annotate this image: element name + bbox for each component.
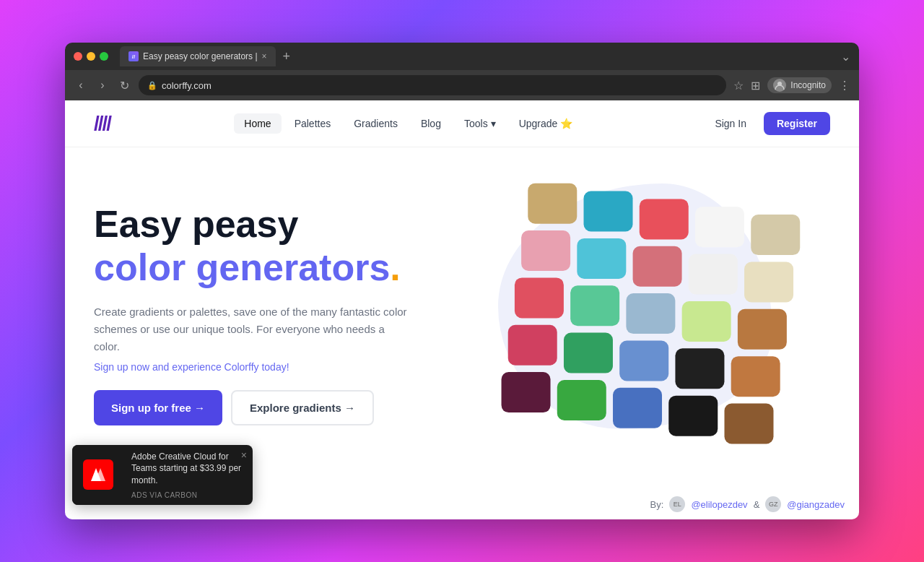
nav-palettes[interactable]: Palettes — [284, 113, 341, 134]
color-swatch[interactable] — [689, 254, 738, 295]
nav-upgrade[interactable]: Upgrade ⭐ — [509, 113, 583, 134]
toolbar-right: ☆ ⊞ Incognito ⋮ — [733, 77, 850, 93]
tab-bar: // Easy peasy color generators | × + — [120, 46, 835, 66]
color-swatch[interactable] — [584, 191, 633, 232]
sign-in-button[interactable]: Sign In — [706, 113, 755, 134]
ad-label: ADS VIA CARBON — [131, 491, 245, 499]
color-swatch[interactable] — [626, 293, 675, 334]
author2-avatar: GZ — [765, 496, 781, 512]
adobe-icon — [83, 459, 113, 490]
forward-button[interactable]: › — [95, 79, 110, 92]
author2-name[interactable]: @giangzadev — [787, 499, 845, 510]
active-tab[interactable]: // Easy peasy color generators | × — [120, 46, 276, 66]
extensions-icon[interactable]: ⊞ — [751, 79, 760, 92]
hero-text: Easy peasy color generators. Create grad… — [94, 202, 469, 425]
author1-avatar: EL — [669, 496, 685, 512]
hero-visual — [469, 176, 801, 451]
color-swatch[interactable] — [668, 396, 718, 436]
signup-button[interactable]: Sign up for free → — [94, 390, 222, 425]
color-swatch[interactable] — [682, 301, 731, 342]
author1-name[interactable]: @elilopezdev — [691, 499, 747, 510]
ad-logo — [72, 445, 124, 505]
hero-title: Easy peasy color generators. — [94, 202, 469, 289]
color-swatch[interactable] — [751, 215, 800, 255]
nav-tools[interactable]: Tools ▾ — [454, 113, 506, 134]
browser-titlebar: // Easy peasy color generators | × + ⌄ — [65, 43, 859, 70]
nav-home[interactable]: Home — [234, 113, 281, 134]
nav-links: Home Palettes Gradients Blog Tools ▾ Upg… — [234, 113, 583, 134]
color-swatch[interactable] — [613, 388, 662, 428]
page-footer: By: EL @elilopezdev & GZ @giangzadev — [650, 496, 845, 512]
footer-by-label: By: — [650, 499, 664, 510]
hero-cta-link[interactable]: Sign up now and experience Colorffy toda… — [94, 361, 469, 373]
explore-gradients-button[interactable]: Explore gradients → — [231, 390, 374, 425]
color-swatch[interactable] — [502, 372, 551, 412]
footer-ampersand: & — [754, 499, 760, 510]
color-grid — [499, 180, 803, 447]
maximize-traffic-light[interactable] — [100, 52, 108, 61]
color-swatch[interactable] — [633, 246, 682, 287]
browser-window: // Easy peasy color generators | × + ⌄ ‹… — [65, 43, 859, 519]
color-swatch[interactable] — [557, 380, 606, 420]
color-swatch[interactable] — [695, 207, 744, 247]
color-swatch[interactable] — [528, 183, 577, 224]
hero-section: Easy peasy color generators. Create grad… — [65, 147, 859, 465]
tab-title: Easy peasy color generators | — [143, 51, 258, 61]
lock-icon: 🔒 — [147, 81, 157, 90]
color-swatch[interactable] — [515, 277, 564, 318]
hero-title-line2: color generators. — [94, 246, 469, 289]
refresh-button[interactable]: ↻ — [117, 79, 131, 92]
nav-actions: Sign In Register — [706, 112, 830, 135]
ad-banner: Adobe Creative Cloud for Teams starting … — [72, 445, 253, 505]
site-logo[interactable]: //// — [94, 112, 110, 135]
back-button[interactable]: ‹ — [74, 79, 88, 92]
window-menu-icon[interactable]: ⌄ — [841, 50, 850, 64]
site-navbar: //// Home Palettes Gradients Blog Tools … — [65, 100, 859, 147]
color-swatch[interactable] — [640, 199, 689, 239]
ad-content: Adobe Creative Cloud for Teams starting … — [124, 445, 253, 505]
address-bar[interactable]: 🔒 colorffy.com — [139, 75, 726, 95]
browser-toolbar: ‹ › ↻ 🔒 colorffy.com ☆ ⊞ Incognito ⋮ — [65, 70, 859, 100]
hero-buttons: Sign up for free → Explore gradients → — [94, 390, 469, 425]
ad-text: Adobe Creative Cloud for Teams starting … — [131, 451, 245, 487]
color-swatch[interactable] — [521, 230, 570, 271]
incognito-avatar — [773, 79, 786, 92]
color-swatch[interactable] — [725, 404, 774, 444]
url-text: colorffy.com — [162, 80, 212, 91]
color-swatch[interactable] — [619, 340, 668, 381]
color-swatch[interactable] — [744, 261, 793, 302]
incognito-label: Incognito — [790, 80, 826, 90]
color-swatch[interactable] — [731, 356, 780, 397]
nav-gradients[interactable]: Gradients — [344, 113, 408, 134]
tab-favicon: // — [128, 51, 139, 61]
new-tab-button[interactable]: + — [279, 49, 295, 64]
minimize-traffic-light[interactable] — [87, 52, 95, 61]
color-swatch[interactable] — [577, 238, 626, 279]
browser-menu-icon[interactable]: ⋮ — [839, 79, 850, 92]
hero-title-line1: Easy peasy — [94, 202, 469, 246]
nav-blog[interactable]: Blog — [411, 113, 451, 134]
chevron-down-icon: ▾ — [491, 118, 496, 129]
bookmark-icon[interactable]: ☆ — [733, 79, 744, 92]
close-traffic-light[interactable] — [74, 52, 82, 61]
register-button[interactable]: Register — [764, 112, 830, 135]
color-swatch[interactable] — [738, 309, 787, 350]
ad-close-button[interactable]: × — [241, 449, 247, 461]
incognito-badge[interactable]: Incognito — [767, 77, 832, 93]
traffic-lights — [74, 52, 108, 61]
tab-close-button[interactable]: × — [262, 51, 267, 61]
page-content: //// Home Palettes Gradients Blog Tools … — [65, 100, 859, 519]
hero-description: Create gradients or palettes, save one o… — [94, 303, 411, 355]
color-swatch[interactable] — [570, 285, 619, 326]
color-swatch[interactable] — [508, 325, 557, 366]
color-swatch[interactable] — [675, 348, 724, 389]
color-swatch[interactable] — [564, 333, 613, 373]
